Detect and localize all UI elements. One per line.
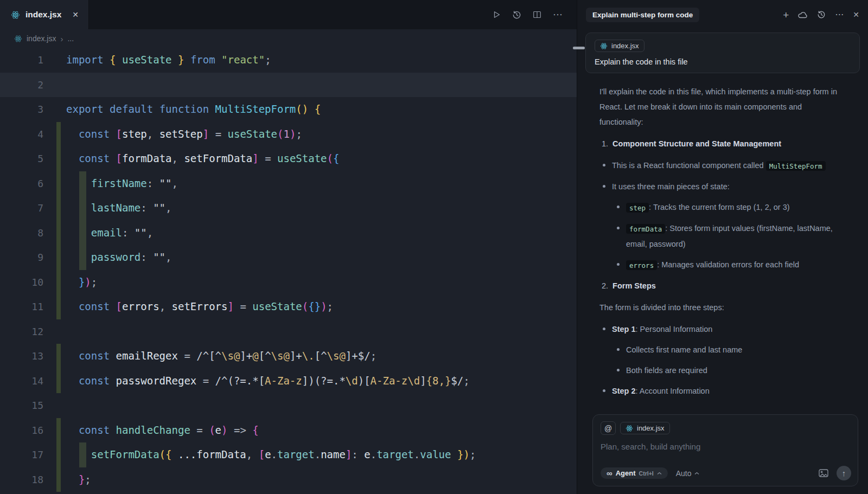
chevron-up-icon [694,472,699,475]
breadcrumb[interactable]: index.jsx › ... [0,29,577,48]
bullet-item: formData: Stores form input values (firs… [617,221,847,252]
git-added-gutter [56,245,61,270]
git-added-gutter [56,146,61,171]
bullet-icon [603,389,605,392]
code-line[interactable]: 10 }); [0,270,577,295]
send-button[interactable]: ↑ [837,466,851,480]
code-line[interactable]: 7 lastName: "", [0,196,577,221]
code-text: lastName: "", [66,196,172,221]
bullet-item: Step 1: Personal Information [603,322,847,337]
breadcrumb-tail[interactable]: ... [67,34,74,43]
code-text: const handleChange = (e) => { [66,418,259,443]
user-message-card: index.jsx Explain the code in this file [585,33,860,73]
code-line[interactable]: 1import { useState } from "react"; [0,48,577,73]
bullet-item: This is a React functional component cal… [603,158,847,174]
chat-text-input[interactable]: Plan, search, build anything [601,442,850,451]
input-file-name: index.jsx [637,424,665,432]
code-editor[interactable]: 1import { useState } from "react";23expo… [0,48,577,494]
code-line[interactable]: 6 firstName: "", [0,171,577,196]
scrollbar-thumb[interactable] [573,47,585,49]
code-line[interactable]: 15 [0,393,577,418]
user-prompt-text: Explain the code in this file [595,57,851,66]
model-selector[interactable]: Auto [676,469,699,478]
line-number: 4 [0,122,43,147]
cloud-icon[interactable] [798,11,808,18]
chevron-up-icon [657,472,662,475]
chat-title[interactable]: Explain multi-step form code [586,8,699,22]
code-line[interactable]: 11 const [errors, setErrors] = useState(… [0,294,577,319]
history-icon[interactable] [817,10,826,19]
code-line[interactable]: 14 const passwordRegex = /^(?=.*[A-Za-z]… [0,369,577,394]
bullet-item: errors: Manages validation errors for ea… [617,257,847,273]
line-number: 13 [0,344,43,369]
chat-input-box[interactable]: @ index.jsx Plan, search, build anything… [592,414,858,486]
code-text: email: "", [66,221,153,246]
at-mention-button[interactable]: @ [601,421,616,435]
mode-shortcut: Ctrl+I [639,470,654,477]
line-number: 7 [0,196,43,221]
context-file-chip[interactable]: index.jsx [595,40,644,52]
code-text: const passwordRegex = /^(?=.*[A-Za-z])(?… [66,369,470,394]
code-line[interactable]: 9 password: "", [0,245,577,270]
bullet-icon [617,348,620,351]
bullet-icon [617,263,620,266]
code-line[interactable]: 5 const [formData, setFormData] = useSta… [0,146,577,171]
more-icon[interactable]: ⋯ [835,10,844,19]
line-number: 2 [0,73,43,98]
bullet-item: step: Tracks the current form step (1, 2… [617,200,847,215]
git-added-gutter [56,294,61,319]
close-icon[interactable]: ✕ [853,11,859,18]
image-attach-icon[interactable] [819,469,828,477]
code-text: }); [66,270,97,295]
history-icon[interactable] [512,10,521,20]
git-added-gutter [56,369,61,394]
code-text: const [step, setStep] = useState(1); [66,122,302,147]
assistant-intro: I'll explain the code in this file, whic… [599,84,847,130]
bullet-icon [603,164,605,166]
git-added-gutter [56,467,61,492]
code-line[interactable]: 16 const handleChange = (e) => { [0,418,577,443]
react-icon [600,42,608,50]
bullet-icon [603,328,605,330]
code-line[interactable]: 18 }; [0,467,577,492]
code-line[interactable]: 8 email: "", [0,221,577,246]
more-icon[interactable]: ⋯ [553,10,563,20]
breadcrumb-file[interactable]: index.jsx [27,34,56,43]
run-icon[interactable] [492,10,501,19]
code-line[interactable]: 3export default function MultiStepForm()… [0,97,577,122]
plus-icon[interactable]: + [783,10,789,20]
git-added-gutter [56,171,61,196]
code-line[interactable]: 4 const [step, setStep] = useState(1); [0,122,577,147]
line-number: 12 [0,319,43,344]
bullet-item: It uses three main pieces of state: [603,179,847,194]
tab-index-jsx[interactable]: index.jsx ✕ [0,0,89,29]
code-line[interactable]: 2 [0,73,577,98]
close-icon[interactable]: ✕ [72,10,79,19]
mode-label: Agent [616,469,636,477]
line-number: 14 [0,369,43,394]
code-text: const [formData, setFormData] = useState… [66,146,339,171]
line-number: 11 [0,294,43,319]
git-added-gutter [56,122,61,147]
line-number: 17 [0,442,43,467]
line-number: 18 [0,467,43,492]
mode-selector[interactable]: ∞ Agent Ctrl+I [601,467,668,479]
section-heading: 2.Form Steps [599,278,847,293]
inline-code: step [626,203,649,213]
git-added-gutter [56,418,61,443]
code-line[interactable]: 12 [0,319,577,344]
code-line[interactable]: 17 setFormData({ ...formData, [e.target.… [0,442,577,467]
bullet-icon [603,185,605,188]
bullet-item: Both fields are required [617,363,847,378]
input-file-chip[interactable]: index.jsx [620,422,670,434]
code-text: password: "", [66,245,172,270]
chat-panel: Explain multi-step form code + ⋯ ✕ [577,0,868,494]
line-number: 16 [0,418,43,443]
editor-pane: index.jsx ✕ ⋯ index.jsx › [0,0,577,494]
code-text: const emailRegex = /^[^\s@]+@[^\s@]+\.[^… [66,344,376,369]
react-icon [14,35,22,43]
split-editor-icon[interactable] [533,10,541,19]
git-added-gutter [56,344,61,369]
code-line[interactable]: 13 const emailRegex = /^[^\s@]+@[^\s@]+\… [0,344,577,369]
code-text: const [errors, setErrors] = useState({})… [66,294,333,319]
